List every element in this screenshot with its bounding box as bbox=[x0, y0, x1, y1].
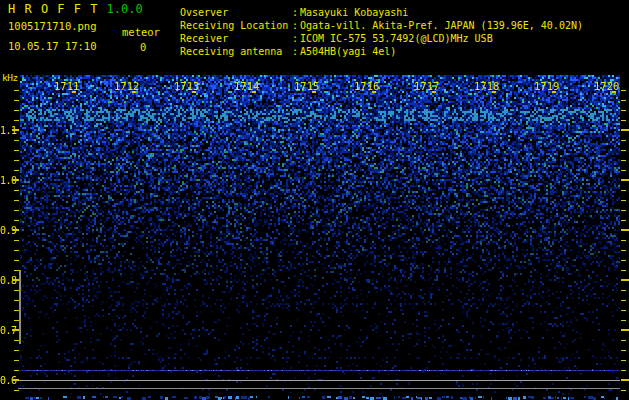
y-axis-minor-tick bbox=[14, 290, 19, 291]
y-axis-minor-tick-right bbox=[621, 140, 626, 141]
x-axis-tick bbox=[612, 91, 616, 93]
y-axis-minor-tick-right bbox=[621, 260, 626, 261]
y-axis-major-tick bbox=[12, 379, 19, 381]
reference-line-upper bbox=[18, 380, 620, 381]
y-axis-minor-tick bbox=[14, 210, 19, 211]
y-axis-minor-tick bbox=[14, 150, 19, 151]
y-axis-unit-label: kHz bbox=[2, 72, 18, 83]
y-axis-minor-tick bbox=[14, 240, 19, 241]
y-axis-minor-tick bbox=[14, 360, 19, 361]
y-axis-major-tick-right bbox=[621, 279, 629, 281]
y-axis-major-tick bbox=[12, 229, 19, 231]
x-axis-tick bbox=[492, 91, 496, 93]
y-axis-minor-tick bbox=[14, 320, 19, 321]
y-axis-minor-tick-right bbox=[621, 160, 626, 161]
y-axis-minor-tick-right bbox=[621, 390, 626, 391]
y-axis-minor-tick bbox=[14, 160, 19, 161]
x-axis-tick bbox=[552, 91, 556, 93]
y-axis-minor-tick bbox=[14, 170, 19, 171]
y-axis-major-tick-right bbox=[621, 179, 629, 181]
info-label: Receiver bbox=[180, 32, 290, 45]
x-axis-tick bbox=[432, 91, 436, 93]
y-axis-minor-tick bbox=[14, 100, 19, 101]
observation-datetime: 10.05.17 17:10 bbox=[8, 40, 97, 52]
info-value: Ogata-vill. Akita-Pref. JAPAN (139.96E, … bbox=[300, 19, 583, 32]
y-axis-major-tick-right bbox=[621, 229, 629, 231]
info-separator: : bbox=[290, 6, 300, 19]
observation-mode: meteor bbox=[122, 26, 160, 38]
reference-line-lower bbox=[18, 388, 620, 389]
y-axis-minor-tick-right bbox=[621, 110, 626, 111]
y-axis-minor-tick bbox=[14, 220, 19, 221]
x-axis-tick bbox=[192, 91, 196, 93]
y-axis-minor-tick bbox=[14, 110, 19, 111]
info-row-antenna: Receiving antenna:A504HB(yagi 4el) bbox=[180, 45, 583, 58]
y-axis-minor-tick bbox=[14, 260, 19, 261]
y-axis-minor-tick bbox=[14, 90, 19, 91]
info-separator: : bbox=[290, 45, 300, 58]
left-edge-marker-line bbox=[19, 270, 21, 344]
info-separator: : bbox=[290, 32, 300, 45]
x-axis-tick bbox=[132, 91, 136, 93]
y-axis-minor-tick bbox=[14, 190, 19, 191]
x-axis-tick bbox=[372, 91, 376, 93]
y-axis-minor-tick-right bbox=[621, 360, 626, 361]
y-axis-minor-tick bbox=[14, 200, 19, 201]
y-axis-minor-tick-right bbox=[621, 300, 626, 301]
y-axis-minor-tick-right bbox=[621, 90, 626, 91]
y-axis-minor-tick-right bbox=[621, 190, 626, 191]
y-axis-major-tick-right bbox=[621, 329, 629, 331]
y-axis-major-tick bbox=[12, 179, 19, 181]
y-axis-major-tick-right bbox=[621, 129, 629, 131]
y-axis-minor-tick-right bbox=[621, 150, 626, 151]
info-row-location: Receiving Location:Ogata-vill. Akita-Pre… bbox=[180, 19, 583, 32]
y-axis-minor-tick-right bbox=[621, 290, 626, 291]
info-value: Masayuki Kobayashi bbox=[300, 6, 408, 19]
y-axis-minor-tick-right bbox=[621, 220, 626, 221]
y-axis-minor-tick bbox=[14, 370, 19, 371]
y-axis-minor-tick-right bbox=[621, 270, 626, 271]
y-axis-minor-tick-right bbox=[621, 310, 626, 311]
info-value: A504HB(yagi 4el) bbox=[300, 45, 396, 58]
app-version: 1.0.0 bbox=[106, 2, 142, 16]
y-axis-major-tick-right bbox=[621, 379, 629, 381]
x-axis-tick bbox=[72, 91, 76, 93]
app-title: H R O F F T bbox=[8, 2, 98, 16]
info-label: Receiving Location bbox=[180, 19, 290, 32]
y-axis-minor-tick bbox=[14, 250, 19, 251]
app-title-line: H R O F F T1.0.0 bbox=[8, 2, 143, 16]
info-label: Receiving antenna bbox=[180, 45, 290, 58]
y-axis-minor-tick-right bbox=[621, 240, 626, 241]
y-axis-minor-tick bbox=[14, 310, 19, 311]
y-axis-minor-tick-right bbox=[621, 350, 626, 351]
x-axis-tick bbox=[252, 91, 256, 93]
station-info: Ovserver:Masayuki Kobayashi Receiving Lo… bbox=[180, 6, 583, 58]
y-axis-minor-tick-right bbox=[621, 370, 626, 371]
x-axis-tick bbox=[312, 91, 316, 93]
y-axis-minor-tick bbox=[14, 340, 19, 341]
y-axis-minor-tick-right bbox=[621, 120, 626, 121]
y-axis-major-tick bbox=[12, 329, 19, 331]
info-value: ICOM IC-575 53.7492(@LCD)MHz USB bbox=[300, 32, 493, 45]
echo-count: 0 bbox=[140, 41, 146, 53]
y-axis-major-tick bbox=[12, 279, 19, 281]
y-axis-minor-tick-right bbox=[621, 340, 626, 341]
y-axis-minor-tick-right bbox=[621, 250, 626, 251]
y-axis-minor-tick bbox=[14, 300, 19, 301]
y-axis-minor-tick bbox=[14, 270, 19, 271]
y-axis-minor-tick-right bbox=[621, 210, 626, 211]
info-row-receiver: Receiver:ICOM IC-575 53.7492(@LCD)MHz US… bbox=[180, 32, 583, 45]
spectrogram-canvas bbox=[20, 62, 620, 400]
y-axis-minor-tick-right bbox=[621, 200, 626, 201]
y-axis-minor-tick bbox=[14, 350, 19, 351]
output-filename: 1005171710.png bbox=[8, 20, 97, 32]
y-axis-minor-tick bbox=[14, 140, 19, 141]
y-axis-minor-tick-right bbox=[621, 320, 626, 321]
y-axis-minor-tick-right bbox=[621, 170, 626, 171]
info-label: Ovserver bbox=[180, 6, 290, 19]
y-axis-minor-tick bbox=[14, 390, 19, 391]
info-row-observer: Ovserver:Masayuki Kobayashi bbox=[180, 6, 583, 19]
y-axis-major-tick bbox=[12, 129, 19, 131]
y-axis-minor-tick bbox=[14, 120, 19, 121]
y-axis-minor-tick-right bbox=[621, 100, 626, 101]
